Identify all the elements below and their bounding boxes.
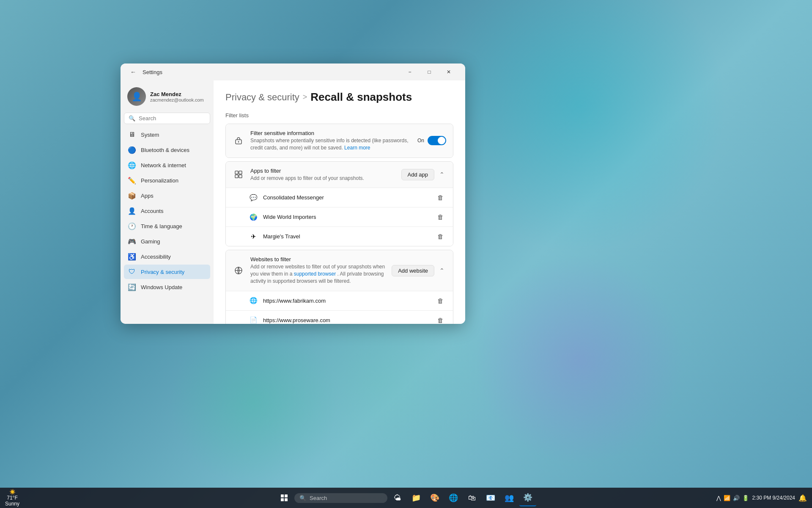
delete-site-button[interactable]: 🗑 (435, 315, 446, 324)
sidebar-item-label: Gaming (141, 238, 160, 245)
delete-app-button[interactable]: 🗑 (435, 192, 446, 203)
settings-window: ← Settings − □ ✕ 👤 Zac Mendez zacmendez@… (121, 64, 465, 324)
sidebar-item-system[interactable]: 🖥 System (124, 127, 210, 142)
sidebar-item-label: Apps (141, 193, 154, 199)
privacy-icon: 🛡 (128, 268, 136, 276)
svg-rect-8 (281, 494, 284, 497)
taskbar-search[interactable]: 🔍 Search (294, 493, 387, 503)
filter-sensitive-status: On (417, 138, 424, 144)
user-profile[interactable]: 👤 Zac Mendez zacmendez@outlook.com (124, 84, 210, 113)
websites-to-filter-content: Websites to filter Add or remove website… (250, 256, 386, 284)
search-input[interactable] (139, 115, 210, 121)
websites-to-filter-row: Websites to filter Add or remove website… (226, 250, 453, 290)
filter-sensitive-learn-more[interactable]: Learn more (344, 145, 370, 151)
apps-to-filter-card: Apps to filter Add or remove apps to fil… (225, 161, 453, 247)
delete-site-button[interactable]: 🗑 (435, 295, 446, 306)
search-box[interactable]: 🔍 (124, 113, 210, 124)
filter-sensitive-icon (233, 135, 244, 146)
delete-app-button[interactable]: 🗑 (435, 231, 446, 242)
network-tray-icon[interactable]: 📶 (724, 495, 730, 501)
paint-button[interactable]: 🎨 (426, 489, 443, 506)
edge-button[interactable]: 🌐 (445, 489, 462, 506)
svg-rect-3 (239, 171, 242, 174)
mail-button[interactable]: 📧 (482, 489, 499, 506)
app-icon: 🌍 (249, 213, 258, 222)
breadcrumb: Privacy & security > Recall & snapshots (225, 91, 453, 104)
clock-date: 9/24/2024 (773, 495, 795, 501)
system-tray: ⋀ 📶 🔊 🔋 (716, 495, 749, 501)
list-item: 🌐 https://www.fabrikam.com 🗑 (226, 291, 453, 310)
sidebar-item-privacy[interactable]: 🛡 Privacy & security (124, 265, 210, 279)
start-button[interactable] (276, 489, 293, 506)
sidebar-item-network[interactable]: 🌐 Network & internet (124, 158, 210, 172)
taskbar-clock[interactable]: 2:30 PM 9/24/2024 (752, 494, 795, 502)
tray-chevron[interactable]: ⋀ (716, 495, 721, 501)
sidebar-item-label: Network & internet (141, 162, 186, 168)
app-icon: ✈ (249, 232, 258, 241)
sidebar-item-gaming[interactable]: 🎮 Gaming (124, 234, 210, 248)
sidebar-item-accounts[interactable]: 👤 Accounts (124, 204, 210, 218)
window-title: Settings (143, 69, 397, 75)
store-button[interactable]: 🛍 (464, 489, 480, 506)
taskbar-weather: ☀️ 71°F Sunny (5, 489, 19, 507)
apps-to-filter-actions: Add app ⌃ (401, 169, 446, 180)
notification-button[interactable]: 🔔 (798, 494, 807, 502)
sidebar-item-accessibility[interactable]: ♿ Accessibility (124, 249, 210, 264)
clock-time: 2:30 PM (752, 495, 771, 501)
app-name: Margie's Travel (263, 233, 430, 240)
sidebar-item-bluetooth[interactable]: 🔵 Bluetooth & devices (124, 143, 210, 157)
filter-sensitive-toggle[interactable] (428, 136, 446, 145)
sidebar: 👤 Zac Mendez zacmendez@outlook.com 🔍 🖥 S… (121, 80, 214, 324)
apps-to-filter-desc: Add or remove apps to filter out of your… (250, 175, 395, 182)
maximize-button[interactable]: □ (420, 65, 439, 79)
filter-sensitive-title: Filter sensitive information (250, 130, 411, 136)
site-url: https://www.proseware.com (263, 317, 430, 323)
taskbar-search-icon: 🔍 (299, 495, 306, 501)
minimize-button[interactable]: − (400, 65, 420, 79)
system-icon: 🖥 (128, 131, 136, 138)
sidebar-item-label: Bluetooth & devices (141, 147, 189, 153)
close-button[interactable]: ✕ (439, 65, 458, 79)
sidebar-item-label: Time & language (141, 223, 182, 229)
apps-filter-chevron[interactable]: ⌃ (438, 169, 446, 179)
svg-rect-2 (235, 171, 238, 174)
widgets-button[interactable]: 🌤 (389, 489, 406, 506)
svg-rect-5 (239, 175, 242, 178)
list-item: 📄 https://www.proseware.com 🗑 (226, 310, 453, 324)
filter-sensitive-row: Filter sensitive information Snapshots w… (226, 124, 453, 157)
filter-sensitive-desc: Snapshots where potentially sensitive in… (250, 137, 411, 152)
delete-app-button[interactable]: 🗑 (435, 212, 446, 222)
sidebar-item-update[interactable]: 🔄 Windows Update (124, 280, 210, 294)
websites-filter-chevron[interactable]: ⌃ (438, 265, 446, 276)
apps-icon: 📦 (128, 192, 136, 199)
taskbar: ☀️ 71°F Sunny 🔍 Search 🌤 📁 🎨 🌐 🛍 📧 👥 ⚙️ (0, 488, 812, 508)
apps-to-filter-title: Apps to filter (250, 168, 395, 174)
file-explorer-button[interactable]: 📁 (408, 489, 425, 506)
sidebar-item-apps[interactable]: 📦 Apps (124, 188, 210, 203)
search-icon: 🔍 (129, 115, 135, 121)
svg-point-1 (238, 141, 239, 143)
app-icon: 💬 (249, 193, 258, 202)
filter-sensitive-content: Filter sensitive information Snapshots w… (250, 130, 411, 152)
filter-sensitive-card: Filter sensitive information Snapshots w… (225, 124, 453, 158)
sidebar-item-time[interactable]: 🕐 Time & language (124, 219, 210, 233)
bluetooth-icon: 🔵 (128, 146, 136, 154)
breadcrumb-parent[interactable]: Privacy & security (225, 92, 299, 103)
gaming-icon: 🎮 (128, 237, 136, 245)
volume-icon[interactable]: 🔊 (733, 495, 740, 501)
breadcrumb-current: Recall & snapshots (310, 91, 412, 104)
filter-lists-label: Filter lists (225, 112, 453, 119)
add-website-button[interactable]: Add website (392, 265, 434, 276)
supported-browser-link[interactable]: supported browser (294, 271, 336, 277)
teams-button[interactable]: 👥 (501, 489, 518, 506)
user-email: zacmendez@outlook.com (150, 97, 204, 102)
settings-taskbar-button[interactable]: ⚙️ (519, 489, 536, 506)
sidebar-item-label: System (141, 132, 159, 138)
add-app-button[interactable]: Add app (401, 169, 434, 180)
back-button[interactable]: ← (127, 66, 139, 78)
sidebar-item-personalization[interactable]: ✏️ Personalization (124, 173, 210, 188)
apps-to-filter-row: Apps to filter Add or remove apps to fil… (226, 162, 453, 188)
sidebar-item-label: Windows Update (141, 284, 182, 290)
battery-icon[interactable]: 🔋 (742, 495, 749, 501)
websites-to-filter-icon (233, 265, 244, 276)
